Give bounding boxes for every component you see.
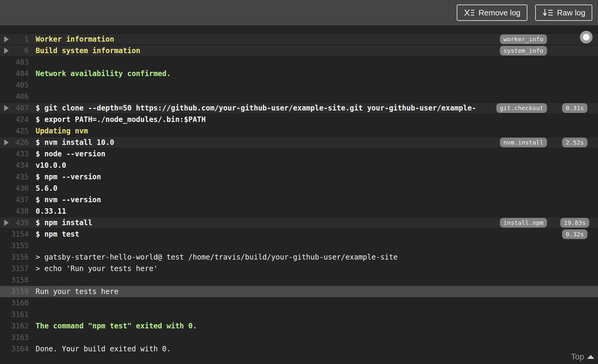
fold-arrow-icon[interactable] — [4, 139, 9, 145]
line-number[interactable]: 3161 — [11, 310, 29, 319]
log-line: 437 $ nvm --version — [0, 194, 598, 206]
log-line: 436 5.6.0 — [0, 183, 598, 194]
line-gutter: 405 — [0, 81, 29, 89]
line-gutter: 3162 — [0, 322, 29, 330]
remove-log-label: Remove log — [478, 8, 520, 18]
line-number[interactable]: 439 — [16, 219, 29, 227]
log-text: Done. Your build exited with 0. — [36, 345, 547, 353]
log-text: $ nvm --version — [36, 196, 547, 204]
log-text: The command "npm test" exited with 0. — [36, 322, 547, 330]
top-label: Top — [571, 352, 584, 362]
line-number[interactable]: 436 — [16, 184, 29, 193]
log-text: 0.33.11 — [36, 207, 547, 216]
remove-log-icon — [464, 8, 475, 17]
line-gutter: 404 — [0, 69, 29, 78]
log-text: 5.6.0 — [36, 184, 547, 193]
line-badges: nvm.install 2.52s — [500, 138, 598, 147]
log-line: 407 $ git clone --depth=50 https://githu… — [0, 102, 598, 114]
triangle-up-icon — [587, 355, 594, 359]
follow-log-toggle[interactable] — [580, 31, 593, 43]
stage-tag-badge: git.checkout — [496, 103, 547, 113]
line-number[interactable]: 3158 — [11, 276, 29, 284]
line-gutter: 435 — [0, 173, 29, 181]
line-badges: git.checkout 0.31s — [496, 103, 598, 113]
line-number[interactable]: 403 — [16, 58, 29, 66]
line-gutter: 3157 — [0, 264, 29, 273]
log-line: 3154 $ npm test 0.32s — [0, 228, 598, 240]
time-column: 0.32s — [561, 229, 589, 239]
line-number[interactable]: 404 — [16, 69, 29, 78]
line-number[interactable]: 3162 — [11, 322, 29, 330]
line-number[interactable]: 6 — [24, 46, 29, 55]
remove-log-button[interactable]: Remove log — [457, 5, 527, 21]
time-column: 0.31s — [561, 103, 589, 113]
fold-arrow-icon[interactable] — [4, 36, 9, 42]
line-number[interactable]: 406 — [16, 92, 29, 101]
stage-tag-badge: system_info — [500, 46, 547, 56]
line-number[interactable]: 1 — [24, 35, 29, 43]
log-line: 3162 The command "npm test" exited with … — [0, 320, 598, 332]
raw-log-button[interactable]: Raw log — [535, 5, 592, 21]
line-number[interactable]: 433 — [16, 150, 29, 158]
line-number[interactable]: 435 — [16, 173, 29, 181]
line-gutter: 436 — [0, 184, 29, 193]
line-badges: 0.32s — [547, 229, 598, 239]
log-line: 405 — [0, 79, 598, 91]
line-number[interactable]: 437 — [16, 196, 29, 204]
stage-tag-badge: worker_info — [500, 34, 547, 44]
log-text: $ npm test — [36, 230, 547, 238]
log-line: 3155 — [0, 240, 598, 251]
fold-arrow-icon[interactable] — [4, 48, 9, 54]
log-line: 434 v10.0.0 — [0, 160, 598, 171]
line-number[interactable]: 424 — [16, 115, 29, 124]
log-line: 406 — [0, 91, 598, 102]
log-line: 3156 > gatsby-starter-hello-world@ test … — [0, 251, 598, 263]
log-text: $ nvm install 10.0 — [36, 138, 500, 147]
line-gutter: 434 — [0, 161, 29, 170]
log-line: 433 $ node --version — [0, 148, 598, 160]
line-gutter: 439 — [0, 219, 29, 227]
line-gutter: 407 — [0, 104, 29, 112]
log-line: 438 0.33.11 — [0, 206, 598, 217]
log-text: Run your tests here — [36, 287, 547, 296]
line-number[interactable]: 405 — [16, 81, 29, 89]
line-number[interactable]: 3164 — [11, 345, 29, 353]
line-number[interactable]: 3157 — [11, 264, 29, 273]
build-log-page: Remove log Raw log 1 Worker information … — [0, 0, 598, 364]
fold-arrow-icon[interactable] — [4, 220, 9, 226]
line-gutter: 3161 — [0, 310, 29, 319]
log-text: Network availability confirmed. — [36, 69, 547, 78]
line-number[interactable]: 3163 — [11, 333, 29, 342]
line-number[interactable]: 407 — [16, 104, 29, 112]
raw-log-label: Raw log — [557, 8, 585, 18]
line-gutter: 403 — [0, 58, 29, 66]
line-gutter: 437 — [0, 196, 29, 204]
line-gutter: 3164 — [0, 345, 29, 353]
line-number[interactable]: 3155 — [11, 241, 29, 250]
log-line: 3159 Run your tests here — [0, 286, 598, 297]
line-number[interactable]: 425 — [16, 127, 29, 135]
log-text: Build system information — [36, 46, 500, 55]
line-number[interactable]: 3159 — [11, 287, 29, 296]
line-gutter: 3156 — [0, 253, 29, 261]
raw-log-icon — [542, 8, 553, 17]
line-badges: system_info — [500, 46, 598, 56]
log-text: $ node --version — [36, 150, 547, 158]
line-number[interactable]: 438 — [16, 207, 29, 216]
log-line: 404 Network availability confirmed. — [0, 68, 598, 79]
line-number[interactable]: 426 — [16, 138, 29, 147]
log-line: 426 $ nvm install 10.0 nvm.install 2.52s — [0, 137, 598, 148]
line-gutter: 426 — [0, 138, 29, 147]
log-line: 403 — [0, 56, 598, 68]
stage-tag-badge: install.npm — [500, 218, 547, 228]
line-number[interactable]: 3160 — [11, 299, 29, 307]
line-gutter: 438 — [0, 207, 29, 216]
line-number[interactable]: 3156 — [11, 253, 29, 261]
line-number[interactable]: 3154 — [11, 230, 29, 238]
line-gutter: 3163 — [0, 333, 29, 342]
line-gutter: 406 — [0, 92, 29, 101]
line-number[interactable]: 434 — [16, 161, 29, 170]
scroll-to-top-link[interactable]: Top — [571, 352, 594, 362]
fold-arrow-icon[interactable] — [4, 105, 9, 111]
duration-badge: 2.52s — [562, 138, 587, 147]
